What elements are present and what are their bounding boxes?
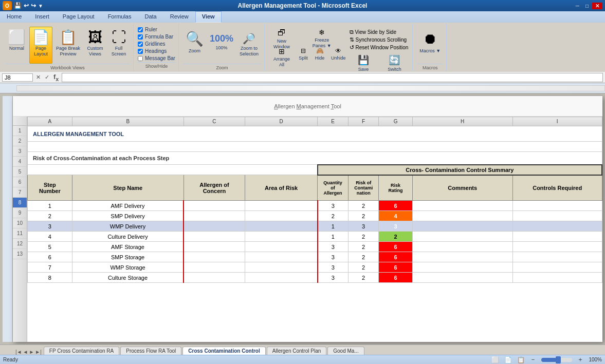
cell-12-i[interactable] [512, 262, 602, 273]
header-step-name[interactable]: Step Name [72, 175, 184, 201]
cell-10-c[interactable] [184, 242, 245, 252]
page-layout-button[interactable]: 📄 PageLayout [29, 27, 52, 64]
sheet-nav-prev[interactable]: ◄ [23, 349, 28, 355]
cell-6-f[interactable]: 2 [348, 201, 379, 211]
cell-13-f[interactable]: 2 [348, 273, 379, 283]
cell-11-i[interactable] [512, 252, 602, 262]
cell-9-a[interactable]: 4 [28, 232, 72, 242]
tab-good-ma[interactable]: Good Ma... [327, 347, 364, 355]
cell-9-c[interactable] [184, 232, 245, 242]
cell-10-b[interactable]: AMF Storage [72, 242, 184, 252]
cell-11-f[interactable]: 2 [348, 252, 379, 262]
cell-9-d[interactable] [245, 232, 318, 242]
tab-process-flow[interactable]: Process Flow RA Tool [120, 347, 181, 355]
cell-7-a[interactable]: 2 [28, 211, 72, 221]
hide-button[interactable]: 🙈 Hide [312, 46, 327, 63]
side-row-7[interactable]: 7 [13, 187, 27, 198]
zoom-slider[interactable] [541, 358, 572, 362]
cell-10-g[interactable]: 6 [379, 242, 412, 252]
col-h-header[interactable]: H [412, 117, 512, 126]
cell-10-f[interactable]: 2 [348, 242, 379, 252]
ruler-checkbox[interactable] [138, 27, 143, 32]
zoom-out-status[interactable]: － [530, 355, 536, 364]
formula-bar-checkbox[interactable] [138, 34, 143, 40]
cell-13-b[interactable]: Culture Storage [72, 273, 184, 283]
cell-13-h[interactable] [412, 273, 512, 283]
cell-6-i[interactable] [512, 201, 602, 211]
side-row-1[interactable]: 1 [13, 126, 27, 136]
cell-10-h[interactable] [412, 242, 512, 252]
cell-13-g[interactable]: 6 [379, 273, 412, 283]
cell-6-b[interactable]: AMF Delivery [72, 201, 184, 211]
formula-bar-checkbox-row[interactable]: Formula Bar [138, 34, 173, 40]
message-bar-checkbox[interactable] [138, 56, 143, 61]
side-row-3[interactable]: 3 [13, 146, 27, 157]
cell-11-a[interactable]: 6 [28, 252, 72, 262]
cell-8-b[interactable]: WMP Delivery [72, 221, 184, 232]
message-bar-checkbox-row[interactable]: Message Bar [138, 55, 175, 61]
cell-7-c[interactable] [184, 211, 245, 221]
cell-11-e[interactable]: 3 [318, 252, 349, 262]
page-break-status[interactable]: 📋 [517, 356, 525, 363]
quick-save[interactable]: 💾 [14, 2, 22, 9]
cell-10-i[interactable] [512, 242, 602, 252]
cell-8-e[interactable]: 1 [318, 221, 349, 232]
header-area-of-risk[interactable]: Area of Risk [245, 175, 318, 201]
header-step-num[interactable]: StepNumber [28, 175, 72, 201]
view-side-by-side-button[interactable]: ⧉ View Side by Side [350, 29, 410, 35]
side-row-5[interactable]: 5 [13, 167, 27, 177]
col-d-header[interactable]: D [245, 117, 318, 126]
cell-13-a[interactable]: 8 [28, 273, 72, 283]
cell-6-e[interactable]: 3 [318, 201, 349, 211]
side-row-4[interactable]: 4 [13, 157, 27, 167]
cell-13-i[interactable] [512, 273, 602, 283]
split-button[interactable]: ⊟ Split [296, 46, 311, 63]
cell-7-h[interactable] [412, 211, 512, 221]
header-risk-rating[interactable]: RiskRating [379, 175, 412, 201]
side-row-10[interactable]: 10 [13, 218, 27, 228]
cell-7-e[interactable]: 2 [318, 211, 349, 221]
close-button[interactable]: ✕ [592, 3, 602, 9]
cell-8-c[interactable] [184, 221, 245, 232]
quick-dropdown[interactable]: ▼ [38, 3, 43, 9]
formula-cancel-btn[interactable]: ✕ [35, 74, 42, 81]
zoom-slider-thumb[interactable] [556, 356, 561, 363]
quick-redo[interactable]: ↪ [31, 2, 36, 9]
header-risk-of-contam[interactable]: Risk ofContamination [348, 175, 379, 201]
cell-7-f[interactable]: 2 [348, 211, 379, 221]
side-row-2[interactable]: 2 [13, 136, 27, 146]
header-comments[interactable]: Comments [412, 175, 512, 201]
col-i-header[interactable]: I [512, 117, 602, 126]
cell-12-a[interactable]: 7 [28, 262, 72, 273]
cell-9-i[interactable] [512, 232, 602, 242]
cell-8-h[interactable] [412, 221, 512, 232]
headings-checkbox-row[interactable]: Headings [138, 48, 167, 54]
formula-confirm-btn[interactable]: ✓ [44, 74, 50, 81]
cell-13-e[interactable]: 3 [318, 273, 349, 283]
cell-10-e[interactable]: 3 [318, 242, 349, 252]
cell-9-e[interactable]: 1 [318, 232, 349, 242]
zoom-in-status[interactable]: ＋ [577, 355, 583, 364]
side-row-9[interactable]: 9 [13, 208, 27, 218]
tab-data[interactable]: Data [138, 11, 163, 23]
cell-11-b[interactable]: SMP Storage [72, 252, 184, 262]
tab-home[interactable]: Home [0, 11, 28, 23]
cell-8-a[interactable]: 3 [28, 221, 72, 232]
reset-position-button[interactable]: ↺ Reset Window Position [350, 44, 410, 51]
normal-view-button[interactable]: ⬜ Normal [5, 27, 28, 64]
tab-cross-contamination-control[interactable]: Cross Contamination Control [182, 347, 265, 355]
cell-6-h[interactable] [412, 201, 512, 211]
cell-7-i[interactable] [512, 211, 602, 221]
cell-9-f[interactable]: 2 [348, 232, 379, 242]
tab-allergen-control-plan[interactable]: Allergen Control Plan [267, 347, 327, 355]
formula-function-btn[interactable]: fx [52, 73, 60, 82]
cell-11-d[interactable] [245, 252, 318, 262]
office-logo[interactable]: O [3, 1, 12, 10]
custom-views-button[interactable]: 🖼 CustomViews [84, 27, 106, 64]
tab-review[interactable]: Review [163, 11, 195, 23]
minimize-button[interactable]: ─ [573, 3, 582, 9]
cell-12-h[interactable] [412, 262, 512, 273]
cell-11-c[interactable] [184, 252, 245, 262]
gridlines-checkbox-row[interactable]: Gridlines [138, 41, 165, 47]
side-row-11[interactable]: 11 [13, 228, 27, 239]
